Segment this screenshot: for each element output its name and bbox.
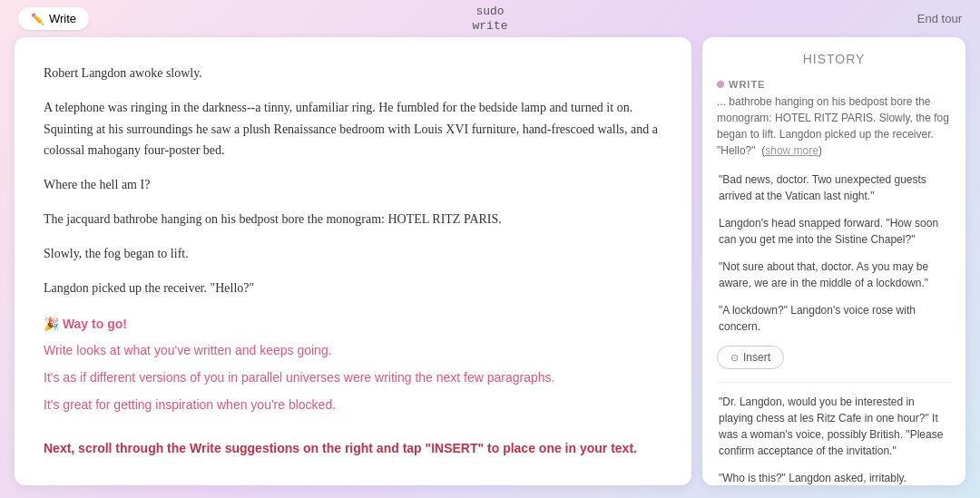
suggestion-cta: Next, scroll through the Write suggestio… [44,438,662,460]
history-write-label: WRITE [717,79,951,90]
history-panel: History WRITE ... bathrobe hanging on hi… [702,37,965,485]
editor-panel[interactable]: Robert Langdon awoke slowly. A telephone… [15,37,691,485]
app-name-line1: sudo [472,5,507,19]
paragraph-4: The jacquard bathrobe hanging on his bed… [44,209,662,230]
insert-icon-1: ⊙ [730,352,739,364]
history-suggestion-1: "Bad news, doctor. Two unexpected guests… [717,171,951,204]
pencil-icon: ✏️ [31,13,44,25]
top-bar: ✏️ Write sudo write End tour [0,0,980,37]
history-suggestion-5: "Dr. Langdon, would you be interested in… [717,394,951,459]
history-title: History [717,52,951,66]
paragraph-2: A telephone was ringing in the darkness-… [44,97,662,161]
end-tour-button[interactable]: End tour [917,12,962,25]
suggestion-line-3: It's great for getting inspiration when … [44,395,662,416]
history-suggestion-4: "A lockdown?" Langdon's voice rose with … [717,302,951,335]
history-suggestion-3: "Not sure about that, doctor. As you may… [717,259,951,291]
app-title: sudo write [472,5,507,33]
logo-area: ✏️ Write [18,7,89,30]
insert-button-1[interactable]: ⊙ Insert [717,346,784,369]
suggestion-header: 🎉 Way to go! [44,317,662,331]
suggestion-line-2: It's as if different versions of you in … [44,367,662,389]
write-dot [717,81,724,88]
history-suggestion-6: "Who is this?" Langdon asked, irritably. [717,470,951,485]
write-label-text: WRITE [729,79,765,90]
story-text: Robert Langdon awoke slowly. A telephone… [44,63,662,298]
show-more-link[interactable]: show more [765,144,818,157]
history-write-block: WRITE ... bathrobe hanging on his bedpos… [717,79,951,159]
paragraph-5: Slowly, the fog began to lift. [44,243,662,265]
paragraph-1: Robert Langdon awoke slowly. [44,63,662,84]
suggestion-line-1: Write looks at what you've written and k… [44,340,662,362]
history-divider [717,382,951,383]
write-button-label: Write [49,12,76,25]
insert-label-1: Insert [743,351,770,364]
paragraph-6: Langdon picked up the receiver. "Hello?" [44,278,662,299]
paragraph-3: Where the hell am I? [44,174,662,196]
main-layout: Robert Langdon awoke slowly. A telephone… [0,37,980,498]
history-write-text: ... bathrobe hanging on his bedpost bore… [717,93,951,159]
history-suggestion-2: Langdon's head snapped forward. "How soo… [717,215,951,248]
write-button[interactable]: ✏️ Write [18,7,89,30]
app-name-line2: write [472,19,507,34]
